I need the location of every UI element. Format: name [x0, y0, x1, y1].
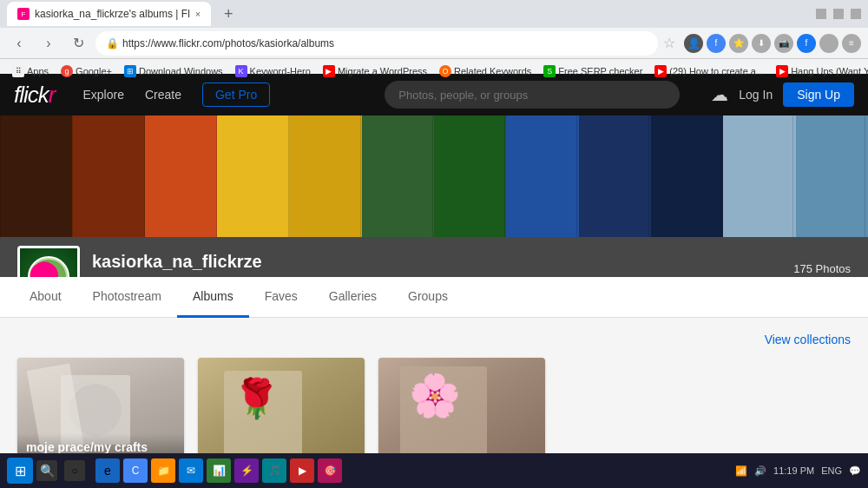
- taskbar-app9[interactable]: 🎯: [318, 458, 342, 483]
- lock-icon: 🔒: [106, 37, 119, 49]
- tab-faves[interactable]: Faves: [249, 277, 313, 318]
- tab-albums[interactable]: Albums: [177, 277, 249, 318]
- bookmark-yt2-label: Hang Ups (Want You...: [791, 66, 868, 76]
- other-icon[interactable]: [819, 34, 838, 53]
- view-collections-link[interactable]: View collections: [17, 332, 851, 347]
- forward-button[interactable]: ›: [36, 31, 61, 56]
- bookmark-related-keywords[interactable]: O Related Keywords: [434, 63, 536, 79]
- bookmark-apps-label: Apps: [27, 66, 49, 76]
- bookmark-serp-checker[interactable]: S Free SERP checker: [538, 63, 648, 79]
- bookmark-migrate-label: Migrate a WordPress: [338, 66, 427, 76]
- taskbar-network[interactable]: 📶: [735, 465, 747, 477]
- taskbar-edge[interactable]: e: [95, 458, 120, 483]
- nav-explore[interactable]: Explore: [82, 88, 123, 102]
- avatar-image: [20, 248, 77, 277]
- nav-right: ☁ Log In Sign Up: [711, 82, 854, 107]
- message-button[interactable]: ✉: [173, 277, 206, 278]
- signup-button[interactable]: Sign Up: [783, 82, 854, 107]
- extensions-icon[interactable]: f: [707, 34, 726, 53]
- cover-photo: [0, 115, 868, 237]
- bookmark-apps[interactable]: ⠿ Apps: [7, 63, 54, 79]
- login-button[interactable]: Log In: [739, 88, 773, 102]
- yt1-favicon: ▶: [654, 65, 667, 77]
- nav-get-pro[interactable]: Get Pro: [202, 82, 270, 107]
- address-input[interactable]: 🔒 https://www.flickr.com/photos/kasiorka…: [95, 31, 658, 56]
- search-box: [385, 81, 680, 109]
- address-bar-row: ‹ › ↻ 🔒 https://www.flickr.com/photos/ka…: [0, 28, 868, 59]
- windows-favicon: ⊞: [124, 65, 136, 77]
- upload-icon[interactable]: ☁: [711, 84, 728, 105]
- tab-close-icon[interactable]: ×: [195, 9, 201, 19]
- close-window-button[interactable]: ×: [851, 9, 861, 19]
- bookmark-gplus-label: Google+: [76, 66, 112, 76]
- taskbar-app7[interactable]: 🎵: [262, 458, 286, 483]
- menu-icon[interactable]: ≡: [842, 34, 861, 53]
- browser-tab[interactable]: F kasiorka_na_flickrze's albums | Fl ×: [7, 2, 211, 26]
- google-plus-favicon: g: [61, 65, 73, 77]
- url-display: https://www.flickr.com/photos/kasiorka/a…: [122, 37, 334, 49]
- bookmark-migrate[interactable]: ▶ Migrate a WordPress: [318, 63, 432, 79]
- migrate-favicon: ▶: [323, 65, 335, 77]
- taskbar-app6[interactable]: ⚡: [234, 458, 259, 483]
- profile-details: kasiorka_na_flickrze + Follow ✉ 🎁 Give P…: [92, 252, 777, 278]
- search-input[interactable]: [385, 81, 680, 109]
- profile-tabs: About Photostream Albums Faves Galleries…: [0, 277, 868, 318]
- bookmark-google-plus[interactable]: g Google+: [56, 63, 117, 79]
- maximize-button[interactable]: □: [833, 9, 844, 19]
- new-tab-button[interactable]: +: [218, 3, 239, 24]
- yt2-favicon: ▶: [776, 65, 788, 77]
- taskbar-search[interactable]: 🔍: [36, 460, 57, 481]
- bookmark-windows-label: Download Windows: [139, 66, 223, 76]
- bookmark-star-icon[interactable]: ☆: [663, 35, 675, 51]
- flickr-navbar: flickr Explore Create Get Pro ☁ Log In S…: [0, 74, 868, 115]
- bookmark-keyword-hero[interactable]: K Keyword-Hero: [230, 63, 316, 79]
- tab-galleries[interactable]: Galleries: [313, 277, 392, 318]
- taskbar-app8[interactable]: ▶: [290, 458, 314, 483]
- taskbar-apps: e C 📁 ✉ 📊 ⚡ 🎵 ▶ 🎯: [95, 458, 342, 483]
- tab-favicon: F: [17, 8, 30, 20]
- refresh-button[interactable]: ↻: [66, 31, 90, 56]
- flickr-page: flickr Explore Create Get Pro ☁ Log In S…: [0, 74, 868, 488]
- taskbar-chrome[interactable]: C: [123, 458, 148, 483]
- bookmark-youtube-1[interactable]: ▶ (29) How to create a...: [649, 63, 769, 79]
- taskbar-right: 📶 🔊 11:19 PM ENG 💬: [735, 465, 861, 477]
- bookmark-download-windows[interactable]: ⊞ Download Windows: [119, 63, 228, 79]
- profile-icon[interactable]: 👤: [684, 34, 703, 53]
- taskbar-app5[interactable]: 📊: [207, 458, 231, 483]
- ball-inner: [31, 260, 66, 277]
- tab-groups[interactable]: Groups: [392, 277, 464, 318]
- minimize-button[interactable]: —: [816, 9, 826, 19]
- profile-header: kasiorka_na_flickrze + Follow ✉ 🎁 Give P…: [0, 115, 868, 277]
- nav-create[interactable]: Create: [145, 88, 181, 102]
- download-icon[interactable]: ⬇: [752, 34, 771, 53]
- back-button[interactable]: ‹: [7, 31, 31, 56]
- taskbar-outlook[interactable]: ✉: [179, 458, 203, 483]
- toolbar-icons: 👤 f ⭐ ⬇ 📷 f ≡: [684, 34, 861, 53]
- bookmark-icon[interactable]: ⭐: [729, 34, 748, 53]
- profile-action-row: + Follow ✉ 🎁 Give Pro 178 Followers • 95…: [92, 277, 777, 278]
- serp-favicon: S: [543, 65, 556, 77]
- bookmark-serp-label: Free SERP checker: [558, 66, 642, 76]
- taskbar-volume[interactable]: 🔊: [754, 465, 766, 477]
- flickr-logo-text: flickr: [14, 82, 55, 108]
- keyword-hero-favicon: K: [235, 65, 247, 77]
- window-controls: — □ ×: [816, 9, 861, 19]
- fb-icon[interactable]: f: [797, 34, 816, 53]
- tab-about[interactable]: About: [14, 277, 77, 318]
- taskbar-notification[interactable]: 💬: [849, 465, 861, 477]
- tab-photostream[interactable]: Photostream: [77, 277, 177, 318]
- taskbar: ⊞ 🔍 ○ e C 📁 ✉ 📊 ⚡ 🎵 ▶ 🎯 📶 🔊 11:19 PM ENG…: [0, 453, 868, 488]
- bookmark-yt1-label: (29) How to create a...: [669, 66, 764, 76]
- view-collections-text[interactable]: View collections: [765, 333, 851, 346]
- start-button[interactable]: ⊞: [7, 458, 33, 484]
- taskbar-cortana[interactable]: ○: [64, 460, 85, 481]
- bookmark-keyword-hero-label: Keyword-Hero: [250, 66, 311, 76]
- screenshot-icon[interactable]: 📷: [774, 34, 793, 53]
- bookmark-related-label: Related Keywords: [454, 66, 531, 76]
- avatar-ball: [28, 256, 69, 277]
- taskbar-file-explorer[interactable]: 📁: [151, 458, 175, 483]
- flickr-logo[interactable]: flickr: [14, 82, 55, 109]
- flower-icon: 🌹: [233, 379, 280, 418]
- peony-icon: 🌸: [409, 375, 461, 417]
- bookmark-youtube-2[interactable]: ▶ Hang Ups (Want You...: [771, 63, 868, 79]
